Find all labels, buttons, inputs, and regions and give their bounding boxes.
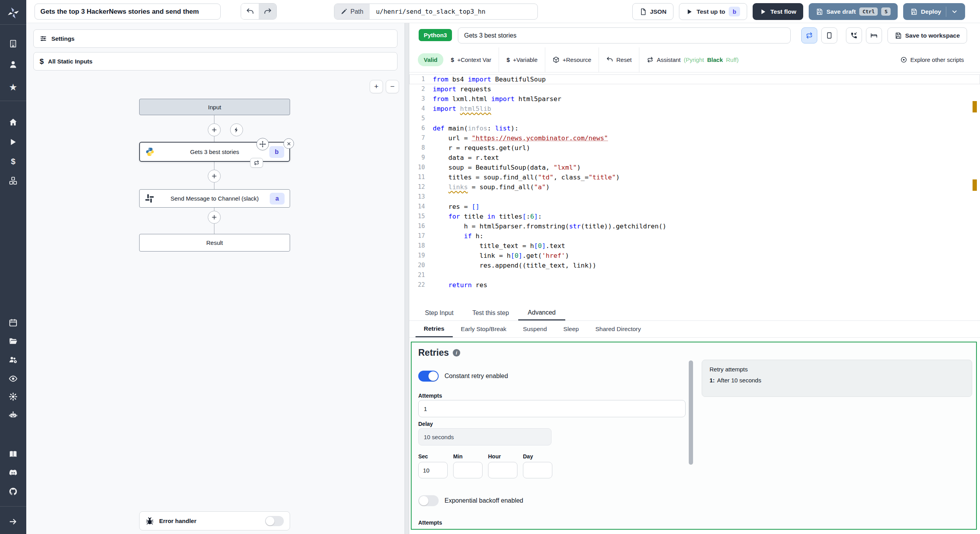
panel-scrollbar[interactable] — [689, 360, 693, 465]
flow-node-step-a[interactable]: Send Message to Channel (slack) a — [139, 189, 290, 208]
tab-early-stop-break[interactable]: Early Stop/Break — [453, 321, 515, 337]
variables-dollar-icon[interactable]: $ — [0, 156, 26, 167]
add-trigger-button[interactable] — [230, 123, 243, 136]
exponential-backoff-toggle[interactable] — [418, 495, 439, 506]
path-value[interactable]: u/henri/send_to_slack_top3_hn — [370, 4, 492, 19]
code-line[interactable]: 8 r = requests.get(url) — [409, 143, 980, 153]
json-button[interactable]: JSON — [632, 3, 673, 20]
windmill-logo-icon[interactable] — [0, 7, 26, 19]
code-line[interactable]: 1from bs4 import BeautifulSoup — [409, 74, 980, 84]
resources-cubes-icon[interactable] — [0, 175, 26, 186]
panel-resize-handle[interactable] — [405, 23, 409, 534]
time-field-input-min[interactable] — [453, 462, 483, 478]
test-flow-button[interactable]: Test flow — [753, 3, 803, 20]
add-resource-button[interactable]: +Resource — [545, 47, 599, 72]
folders-icon[interactable] — [0, 335, 26, 347]
explore-other-scripts-button[interactable]: Explore other scripts — [893, 47, 971, 72]
ai-robot-icon[interactable] — [0, 409, 26, 421]
all-static-inputs-button[interactable]: $ All Static Inputs — [33, 52, 397, 71]
step-title-input[interactable] — [458, 27, 791, 43]
reset-button[interactable]: Reset — [599, 47, 639, 72]
code-line[interactable]: 4import html5lib — [409, 104, 980, 114]
code-line[interactable]: 15 for title in titles[:6]: — [409, 212, 980, 221]
sleep-button[interactable] — [866, 27, 882, 43]
undo-button[interactable] — [241, 4, 259, 20]
info-icon[interactable]: i — [453, 349, 460, 357]
tab-test-this-step[interactable]: Test this step — [463, 306, 518, 320]
save-to-workspace-button[interactable]: Save to workspace — [887, 27, 967, 43]
workspace-icon[interactable] — [0, 38, 26, 49]
add-step-button[interactable] — [208, 170, 221, 183]
code-line[interactable]: 17 if h: — [409, 231, 980, 241]
home-icon[interactable] — [0, 116, 26, 128]
tab-advanced[interactable]: Advanced — [518, 306, 565, 320]
code-line[interactable]: 7 url = "https://news.ycombinator.com/ne… — [409, 133, 980, 143]
user-icon[interactable] — [0, 58, 26, 70]
flow-node-result[interactable]: Result — [139, 234, 290, 252]
early-stop-button[interactable] — [821, 27, 837, 43]
code-line[interactable]: 20 res.append((title_text, link)) — [409, 261, 980, 270]
add-variable-button[interactable]: $+Variable — [499, 47, 545, 72]
add-context-var-button[interactable]: $+Context Var — [443, 47, 499, 72]
error-handler-bar[interactable]: Error handler — [139, 511, 290, 530]
chevron-down-icon[interactable] — [951, 8, 958, 15]
code-line[interactable]: 18 title_text = h[0].text — [409, 241, 980, 251]
move-step-handle[interactable] — [256, 138, 269, 150]
zoom-out-button[interactable]: − — [386, 80, 399, 93]
flow-settings-button[interactable]: Settings — [33, 29, 397, 48]
time-field-input-sec[interactable] — [418, 462, 448, 478]
github-icon[interactable] — [0, 485, 26, 497]
code-line[interactable]: 12 links = soup.find_all("a") — [409, 182, 980, 192]
code-line[interactable]: 22 return res — [409, 280, 980, 290]
tab-retries[interactable]: Retries — [416, 321, 453, 337]
attempts-input[interactable] — [418, 400, 686, 417]
exponential-backoff-row: Exponential backoff enabled — [418, 495, 523, 506]
retry-indicator-chip[interactable] — [250, 158, 263, 168]
constant-retry-toggle[interactable] — [418, 371, 439, 382]
code-line[interactable]: 21 — [409, 270, 980, 280]
tab-sleep[interactable]: Sleep — [555, 321, 587, 337]
groups-users-icon[interactable] — [0, 354, 26, 366]
delete-step-button[interactable] — [283, 138, 294, 149]
discord-icon[interactable] — [0, 467, 26, 478]
code-line[interactable]: 6def main(infos: list): — [409, 123, 980, 133]
runs-play-icon[interactable] — [0, 136, 26, 148]
tab-step-input[interactable]: Step Input — [416, 306, 463, 320]
tab-suspend[interactable]: Suspend — [515, 321, 555, 337]
audit-eye-icon[interactable] — [0, 373, 26, 384]
zoom-in-button[interactable]: + — [370, 80, 383, 93]
favorites-star-icon[interactable]: ★ — [0, 81, 26, 93]
retry-settings-button[interactable] — [801, 27, 817, 43]
error-handler-toggle[interactable] — [265, 516, 284, 526]
code-line[interactable]: 5 — [409, 114, 980, 123]
suspend-button[interactable] — [846, 27, 862, 43]
time-field-input-hour[interactable] — [488, 462, 517, 478]
schedules-calendar-icon[interactable] — [0, 317, 26, 328]
expand-sidebar-icon[interactable] — [0, 516, 26, 527]
code-line[interactable]: 9 data = r.text — [409, 153, 980, 163]
code-line[interactable]: 11 titles = soup.find_all("td", class_="… — [409, 172, 980, 182]
code-line[interactable]: 19 link = h[0].get('href') — [409, 251, 980, 261]
save-draft-button[interactable]: Save draft Ctrl S — [809, 3, 898, 20]
code-line[interactable]: 16 h = html5parser.fromstring(str(title)… — [409, 221, 980, 231]
settings-gear-icon[interactable] — [0, 391, 26, 402]
code-line[interactable]: 2import requests — [409, 84, 980, 94]
deploy-button[interactable]: Deploy — [903, 3, 965, 20]
code-line[interactable]: 3from lxml.html import html5parser — [409, 94, 980, 104]
docs-book-icon[interactable] — [0, 448, 26, 460]
code-line[interactable]: 10 soup = BeautifulSoup(data, "lxml") — [409, 163, 980, 172]
redo-button[interactable] — [259, 4, 276, 20]
code-line[interactable]: 13 — [409, 192, 980, 202]
code-line[interactable]: 14 res = [] — [409, 202, 980, 212]
add-step-button[interactable] — [208, 123, 221, 136]
code-editor[interactable]: 1from bs4 import BeautifulSoup2import re… — [409, 72, 980, 304]
time-field-input-day[interactable] — [523, 462, 552, 478]
add-step-button[interactable] — [208, 211, 221, 224]
assistant-button[interactable]: Assistant (Pyright Black Ruff) — [639, 47, 746, 72]
path-chip[interactable]: Path — [334, 4, 370, 19]
tab-shared-directory[interactable]: Shared Directory — [587, 321, 649, 337]
flow-node-input[interactable]: Input — [139, 99, 290, 115]
flow-title-input[interactable] — [34, 4, 221, 20]
path-group[interactable]: Path u/henri/send_to_slack_top3_hn — [334, 4, 538, 20]
test-up-to-button[interactable]: Test up to b — [679, 3, 747, 20]
